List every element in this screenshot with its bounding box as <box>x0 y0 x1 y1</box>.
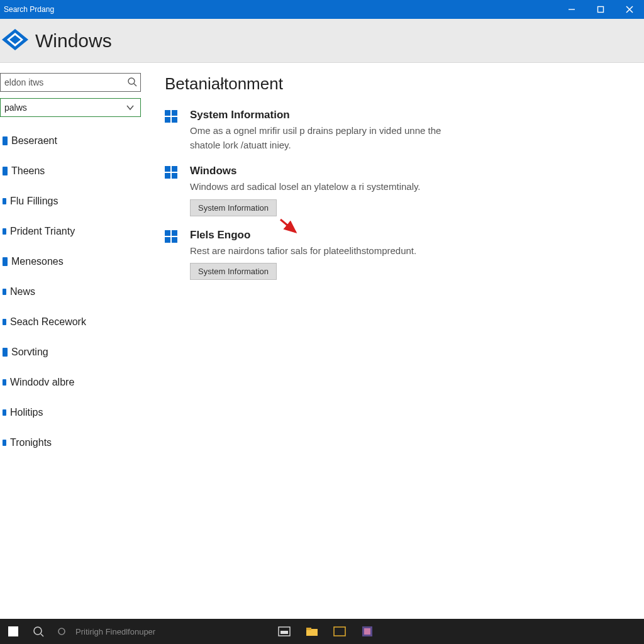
brand-title: Windows <box>35 30 112 52</box>
section-description: Rest are nairdons tafior sals for platee… <box>190 244 454 258</box>
nav-bullet-icon <box>3 257 8 266</box>
taskbar-app-taskview[interactable] <box>270 619 298 644</box>
windows-tile-icon <box>165 166 177 179</box>
sidebar-item-label: Tronights <box>10 437 52 448</box>
nav-bullet-icon <box>3 440 6 446</box>
search-icon <box>127 77 137 87</box>
nav-bullet-icon <box>3 379 6 386</box>
chevron-down-icon <box>125 103 135 113</box>
content-area: Betaniałtonment System Information Ome a… <box>146 63 644 619</box>
windows-tile-icon <box>165 230 177 243</box>
svg-rect-15 <box>280 631 288 634</box>
taskbar-app-explorer[interactable] <box>298 619 326 644</box>
section-system-information: System Information Ome as a ognel mrifir… <box>165 109 629 152</box>
windows-logo-icon <box>0 26 30 56</box>
nav-bullet-icon <box>3 348 8 357</box>
sidebar-item-prident-trianty[interactable]: Prident Trianty <box>0 216 146 247</box>
section-windows: Windows Windows ard sadical losel an yla… <box>165 165 629 216</box>
section-title: System Information <box>190 109 629 121</box>
sidebar-item-holitips[interactable]: Holitips <box>0 397 146 428</box>
sidebar-search <box>0 73 142 92</box>
window-icon <box>333 626 346 636</box>
maximize-button[interactable] <box>586 0 615 19</box>
page-title: Betaniałtonment <box>165 74 629 94</box>
start-icon <box>8 626 18 636</box>
taskbar-search-hint: Pritirigh Finedlfonuper <box>73 627 155 636</box>
section-description: Ome as a ognel mrifir usil p drains pepl… <box>190 124 454 152</box>
filter-value: palws <box>4 103 27 113</box>
taskbar-app-window[interactable] <box>326 619 353 644</box>
nav-bullet-icon <box>3 409 6 416</box>
sidebar-item-seach-recework[interactable]: Seach Recework <box>0 307 146 337</box>
sidebar-item-label: Holitips <box>10 407 43 418</box>
minimize-icon <box>568 6 575 13</box>
sidebar-item-beseraent[interactable]: Beseraent <box>0 126 146 156</box>
sidebar-item-label: Prident Trianty <box>10 226 75 237</box>
section-title: Windows <box>190 165 629 177</box>
svg-rect-10 <box>8 626 18 636</box>
annotation-arrow-icon <box>278 217 301 236</box>
sidebar-item-label: Seach Recework <box>10 316 86 328</box>
sidebar-filter: palws <box>0 98 142 117</box>
taskbar: Pritirigh Finedlfonuper <box>0 619 644 644</box>
system-information-button[interactable]: System Information <box>190 263 277 280</box>
maximize-icon <box>597 6 604 13</box>
nav-bullet-icon <box>3 167 8 175</box>
sidebar-item-label: Theens <box>11 165 45 177</box>
svg-point-11 <box>34 627 42 635</box>
svg-line-12 <box>41 634 43 636</box>
close-button[interactable] <box>615 0 644 19</box>
sidebar: palws Beseraent Theens Flu Fillings Prid… <box>0 63 146 619</box>
svg-line-9 <box>280 219 296 232</box>
svg-point-13 <box>58 628 65 635</box>
sidebar-item-menesones[interactable]: Menesones <box>0 247 146 277</box>
svg-rect-18 <box>334 627 345 636</box>
system-information-button[interactable]: System Information <box>190 199 277 216</box>
nav-bullet-icon <box>3 319 6 325</box>
taskview-icon <box>278 626 291 636</box>
window-controls <box>557 0 644 19</box>
app-icon <box>362 626 372 636</box>
folder-icon <box>306 626 318 636</box>
sidebar-item-label: Sorvting <box>11 347 48 358</box>
svg-point-7 <box>128 78 135 84</box>
section-icon <box>165 165 190 216</box>
section-description: Windows ard sadical losel an ylatelow a … <box>190 180 454 194</box>
sidebar-item-sorvting[interactable]: Sorvting <box>0 337 146 367</box>
sidebar-item-tronights[interactable]: Tronights <box>0 428 146 458</box>
sidebar-item-news[interactable]: News <box>0 277 146 307</box>
close-icon <box>626 6 633 13</box>
nav-bullet-icon <box>3 136 8 145</box>
windows-tile-icon <box>165 110 177 123</box>
main-body: palws Beseraent Theens Flu Fillings Prid… <box>0 63 644 619</box>
assistant-icon <box>57 626 67 636</box>
sidebar-nav: Beseraent Theens Flu Fillings Prident Tr… <box>0 126 146 458</box>
sidebar-item-label: Windodv albre <box>10 377 74 388</box>
taskbar-search-button[interactable] <box>26 619 50 644</box>
search-icon <box>33 626 44 637</box>
section-title: Flels Engoo <box>190 229 629 242</box>
filter-dropdown[interactable]: palws <box>0 98 141 117</box>
window-title: Search Prdang <box>0 5 54 14</box>
start-button[interactable] <box>0 619 26 644</box>
section-icon <box>165 229 190 280</box>
nav-bullet-icon <box>3 228 6 235</box>
sidebar-item-label: Beseraent <box>11 135 57 147</box>
nav-bullet-icon <box>3 198 6 204</box>
sidebar-item-theens[interactable]: Theens <box>0 156 146 186</box>
sidebar-item-label: Menesones <box>11 256 64 267</box>
sidebar-item-flu-fillings[interactable]: Flu Fillings <box>0 186 146 216</box>
window-titlebar: Search Prdang <box>0 0 644 19</box>
svg-line-8 <box>134 84 136 86</box>
sidebar-item-windodv-albre[interactable]: Windodv albre <box>0 367 146 397</box>
section-flels-engoo: Flels Engoo Rest are nairdons tafior sal… <box>165 229 629 280</box>
taskbar-pinned <box>270 619 381 644</box>
svg-rect-20 <box>364 628 370 635</box>
taskbar-app-generic[interactable] <box>353 619 381 644</box>
sidebar-item-label: News <box>10 286 35 297</box>
section-icon <box>165 109 190 152</box>
taskbar-assistant-button[interactable] <box>50 619 73 644</box>
sidebar-item-label: Flu Fillings <box>10 196 58 207</box>
minimize-button[interactable] <box>557 0 586 19</box>
search-input[interactable] <box>0 73 141 92</box>
